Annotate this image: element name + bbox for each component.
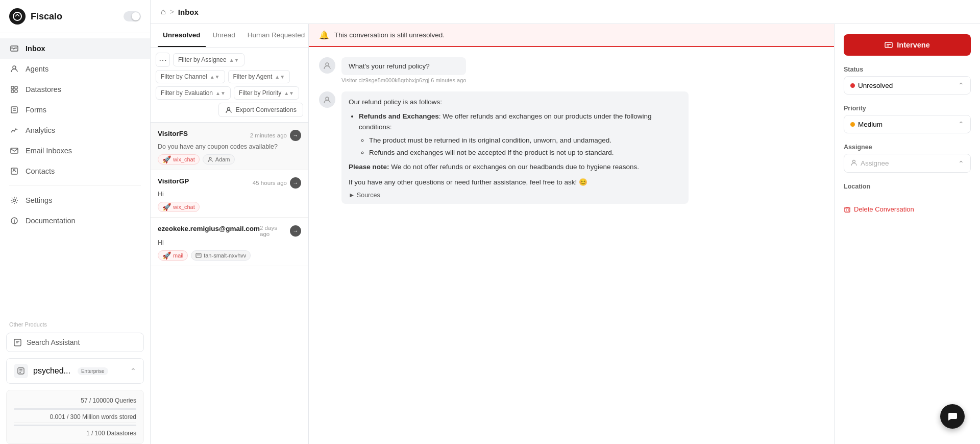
status-select[interactable]: Unresolved ⌃: [844, 76, 971, 95]
filter-evaluation[interactable]: Filter by Evaluation ▲▼: [156, 86, 231, 100]
status-value: Unresolved: [858, 82, 893, 89]
sidebar-item-forms[interactable]: Forms: [0, 100, 150, 120]
inbox-label: Inbox: [26, 44, 45, 53]
priority-value-row: Medium: [850, 121, 883, 128]
status-label: Status: [844, 66, 971, 73]
queries-bar: [14, 408, 136, 410]
svg-point-0: [13, 12, 21, 20]
app-logo: Fiscalo: [9, 8, 62, 25]
conversation-item[interactable]: VisitorFS 2 minutes ago → Do you have an…: [151, 123, 308, 170]
inbox-icon: [9, 43, 19, 54]
svg-point-2: [13, 66, 16, 69]
conv-tags: 🚀 wix_chat: [158, 202, 301, 212]
priority-caret-icon: ⌃: [958, 120, 964, 128]
svg-point-13: [13, 199, 16, 202]
settings-icon: [9, 195, 19, 205]
conv-tag-gray: Adam: [203, 154, 235, 165]
breadcrumb-separator: >: [170, 8, 174, 16]
datastores-label: Datastores: [26, 85, 61, 94]
conversation-item[interactable]: VisitorGP 45 hours ago → Hi 🚀 wix_chat: [151, 170, 308, 218]
filter-assignee[interactable]: Filter by Assignee ▲▼: [173, 53, 244, 66]
priority-label: Priority: [844, 105, 971, 112]
unresolved-banner: 🔔 This conversation is still unresolved.: [309, 24, 834, 47]
nav-divider: [9, 185, 141, 186]
sidebar-item-analytics[interactable]: Analytics: [0, 120, 150, 141]
message-bubble: What's your refund policy?: [341, 57, 466, 75]
export-conversations-button[interactable]: Export Conversations: [218, 103, 303, 117]
analytics-icon: [9, 125, 19, 135]
queries-stat: 57 / 100000 Queries: [14, 395, 136, 406]
home-icon[interactable]: ⌂: [161, 7, 166, 16]
filter-dots-button[interactable]: ⋯: [156, 53, 170, 67]
assignee-filter-caret-icon: ▲▼: [229, 57, 239, 63]
msg-intro: Our refund policy is as follows:: [349, 97, 681, 108]
msg-note: Please note: We do not offer refunds or …: [349, 161, 681, 173]
conv-right: 2 minutes ago →: [250, 130, 301, 141]
forms-label: Forms: [26, 106, 46, 114]
conv-tag-gray: tan-smalt-nxvhvv: [191, 250, 251, 261]
assignee-select[interactable]: Assignee ⌃: [844, 154, 971, 173]
words-bar: [14, 425, 136, 426]
channel-filter-caret-icon: ▲▼: [210, 74, 220, 80]
svg-point-25: [209, 157, 211, 159]
message-bubble: Our refund policy is as follows: Refunds…: [341, 91, 689, 204]
conv-tag: 🚀 wix_chat: [158, 202, 200, 212]
right-panel: Intervene Status Unresolved ⌃ Priority: [835, 24, 980, 444]
svg-rect-26: [196, 253, 201, 258]
sources-toggle[interactable]: ► Sources: [349, 192, 681, 199]
sidebar-item-agents[interactable]: Agents: [0, 59, 150, 79]
message-row: What's your refund policy? Visitor clz9s…: [319, 57, 824, 83]
priority-select[interactable]: Medium ⌃: [844, 115, 971, 133]
status-caret-icon: ⌃: [958, 81, 964, 89]
message-row: Our refund policy is as follows: Refunds…: [319, 91, 824, 204]
agents-icon: [9, 64, 19, 74]
sidebar-item-documentation[interactable]: Documentation: [0, 211, 150, 231]
location-label: Location: [844, 183, 971, 190]
stats-box: 57 / 100000 Queries 0.001 / 300 Million …: [6, 390, 144, 444]
conversation-list: VisitorFS 2 minutes ago → Do you have an…: [151, 123, 308, 444]
app-name: Fiscalo: [31, 11, 62, 22]
conv-name: VisitorGP: [158, 177, 189, 185]
sidebar-item-settings[interactable]: Settings: [0, 190, 150, 211]
filter-channel[interactable]: Filter by Channel ▲▼: [156, 70, 225, 83]
search-assistant-button[interactable]: Search Assistant: [6, 333, 144, 352]
email-inboxes-icon: [9, 146, 19, 156]
chat-panel: 🔔 This conversation is still unresolved.…: [309, 24, 835, 444]
svg-rect-5: [11, 90, 14, 92]
dark-mode-toggle[interactable]: [124, 11, 141, 21]
intervene-button[interactable]: Intervene: [844, 34, 971, 56]
priority-value: Medium: [858, 121, 883, 128]
svg-rect-3: [11, 86, 14, 89]
conv-arrow-icon: →: [290, 130, 301, 141]
sidebar-item-inbox[interactable]: Inbox: [0, 38, 150, 59]
filters-row: ⋯ Filter by Assignee ▲▼ Filter by Channe…: [151, 48, 308, 123]
msg-sections: Refunds and Exchanges: We offer refunds …: [349, 111, 681, 158]
filter-priority[interactable]: Filter by Priority ▲▼: [234, 86, 299, 100]
assignee-label: Assignee: [844, 144, 971, 151]
email-inboxes-label: Email Inboxes: [26, 147, 72, 155]
svg-point-16: [14, 219, 15, 220]
conversation-item[interactable]: ezeokeke.remigius@gmail.com 2 days ago →…: [151, 218, 308, 266]
sidebar: Fiscalo Inbox Agents: [0, 0, 151, 444]
sidebar-item-email-inboxes[interactable]: Email Inboxes: [0, 141, 150, 161]
chat-bubble-fab[interactable]: [940, 404, 965, 429]
refunds-heading: Refunds and Exchanges: [359, 112, 439, 120]
workspace-switcher[interactable]: psyched... Enterprise ⌃: [6, 358, 144, 384]
sidebar-item-contacts[interactable]: Contacts: [0, 161, 150, 181]
tab-human-requested[interactable]: Human Requested: [242, 24, 309, 47]
person-tag-icon: [207, 156, 213, 162]
tab-unresolved[interactable]: Unresolved: [158, 24, 206, 47]
datastores-stat: 1 / 100 Datastores: [14, 428, 136, 438]
tab-unread[interactable]: Unread: [208, 24, 240, 47]
bot-avatar: [319, 91, 335, 108]
filter-agent[interactable]: Filter by Agent ▲▼: [228, 70, 290, 83]
analytics-label: Analytics: [26, 126, 55, 134]
svg-point-28: [326, 63, 329, 66]
agent-filter-caret-icon: ▲▼: [275, 74, 285, 80]
chat-messages: What's your refund policy? Visitor clz9s…: [309, 47, 834, 444]
workspace-chevron-icon: ⌃: [130, 367, 136, 375]
delete-conversation-button[interactable]: Delete Conversation: [844, 205, 971, 213]
conv-name: VisitorFS: [158, 130, 188, 137]
sidebar-item-datastores[interactable]: Datastores: [0, 79, 150, 100]
conv-preview: Hi: [158, 191, 301, 198]
